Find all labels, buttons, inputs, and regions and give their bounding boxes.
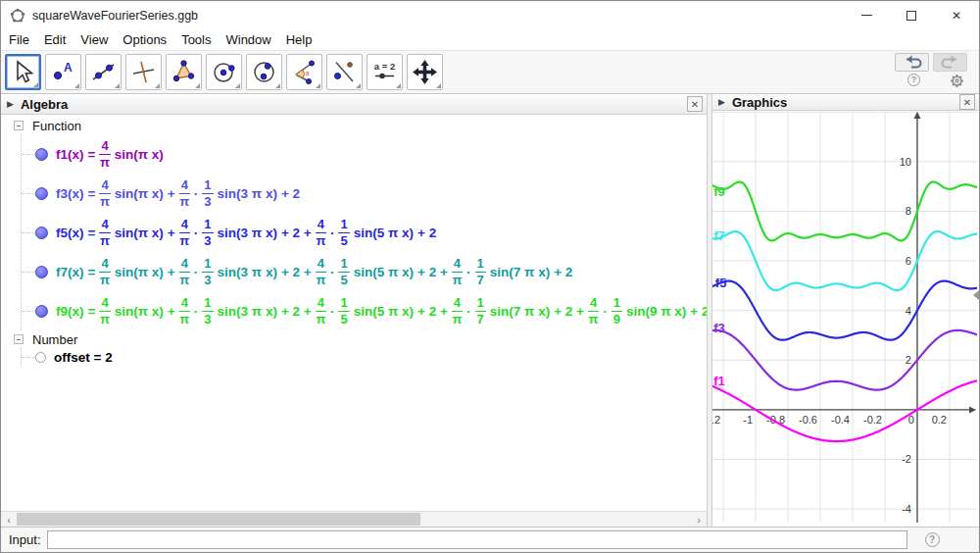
tool-dropdown-caret-icon[interactable] bbox=[155, 83, 160, 88]
close-button[interactable]: ✕ bbox=[934, 1, 979, 29]
tool-dropdown-caret-icon[interactable] bbox=[195, 83, 200, 88]
formula-text: sin(π x) bbox=[115, 147, 164, 162]
algebra-section-number[interactable]: Number bbox=[1, 330, 707, 348]
formula-text: f7(x) bbox=[56, 265, 84, 279]
visibility-marble-f5[interactable] bbox=[35, 226, 48, 239]
menu-window[interactable]: Window bbox=[225, 32, 270, 47]
menu-tools[interactable]: Tools bbox=[181, 32, 211, 47]
tool-conic-button[interactable] bbox=[246, 54, 282, 90]
algebra-collapse-arrow-icon[interactable]: ▶ bbox=[7, 99, 14, 109]
tool-dropdown-caret-icon[interactable] bbox=[396, 83, 401, 88]
formula-text: sin(π x) bbox=[115, 226, 164, 240]
formula-text: · bbox=[466, 265, 471, 279]
menu-edit[interactable]: Edit bbox=[44, 32, 66, 47]
input-field[interactable] bbox=[47, 530, 907, 549]
fraction: 13 bbox=[202, 218, 213, 247]
x-tick-label: -0.6 bbox=[799, 414, 817, 426]
tool-dropdown-caret-icon[interactable] bbox=[235, 83, 240, 88]
tool-angle-button[interactable]: a bbox=[286, 54, 322, 90]
graphics-close-button[interactable]: ✕ bbox=[959, 94, 975, 110]
tool-dropdown-caret-icon[interactable] bbox=[316, 83, 320, 88]
fraction: 4π bbox=[99, 139, 110, 169]
formula-text: sin(7 π x) bbox=[490, 265, 550, 279]
algebra-row-f7[interactable]: f7(x)=4πsin(π x)+4π·13sin(3 π x)+ 2 +4π·… bbox=[22, 252, 707, 291]
visibility-marble-f1[interactable] bbox=[35, 148, 48, 161]
graphics-collapse-arrow-icon[interactable]: ▶ bbox=[718, 97, 725, 107]
formula-text: f1(x) bbox=[56, 147, 84, 162]
tool-move-view-button[interactable] bbox=[407, 54, 443, 90]
visibility-marble-f7[interactable] bbox=[35, 266, 48, 278]
tree-collapse-icon[interactable] bbox=[14, 334, 24, 344]
tool-circle-button[interactable] bbox=[206, 54, 242, 90]
algebra-row-f9[interactable]: f9(x)=4πsin(π x)+4π·13sin(3 π x)+ 2 +4π·… bbox=[22, 291, 707, 330]
tree-branch-line bbox=[22, 311, 35, 312]
tool-point-button[interactable]: A bbox=[45, 54, 81, 90]
formula-text: + bbox=[168, 226, 175, 240]
tool-polygon-button[interactable] bbox=[166, 54, 202, 90]
tool-dropdown-caret-icon[interactable] bbox=[115, 83, 120, 88]
menu-view[interactable]: View bbox=[80, 32, 108, 47]
x-tick-label: -1 bbox=[743, 414, 753, 426]
algebra-tree: Functionf1(x)=4πsin(π x)f3(x)=4πsin(π x)… bbox=[1, 115, 707, 511]
visibility-marble-f3[interactable] bbox=[35, 187, 48, 200]
curve-label-f5[interactable]: f5 bbox=[715, 276, 727, 290]
scroll-right-arrow-icon[interactable]: › bbox=[691, 512, 707, 527]
redo-button[interactable] bbox=[933, 53, 967, 72]
fraction: 15 bbox=[338, 257, 349, 286]
scrollbar-thumb[interactable] bbox=[17, 513, 420, 526]
curve-label-f9[interactable]: f9 bbox=[713, 184, 725, 199]
formula-text: + 2 + bbox=[417, 304, 448, 319]
svg-text:a = 2: a = 2 bbox=[374, 61, 395, 72]
menu-help[interactable]: Help bbox=[286, 32, 313, 47]
fraction: 15 bbox=[338, 296, 349, 326]
tool-dropdown-caret-icon[interactable] bbox=[356, 83, 361, 88]
tool-dropdown-caret-icon[interactable] bbox=[275, 83, 280, 88]
algebra-row-offset[interactable]: offset = 2 bbox=[22, 348, 707, 366]
menu-options[interactable]: Options bbox=[122, 32, 167, 47]
algebra-row-f3[interactable]: f3(x)=4πsin(π x)+4π·13sin(3 π x)+ 2 bbox=[22, 174, 707, 213]
algebra-row-f1[interactable]: f1(x)=4πsin(π x) bbox=[22, 134, 707, 174]
menu-file[interactable]: File bbox=[9, 32, 29, 47]
algebra-panel: ▶ Algebra ✕ Functionf1(x)=4πsin(π x)f3(x… bbox=[1, 94, 707, 527]
tool-dropdown-caret-icon[interactable] bbox=[33, 82, 38, 87]
help-icon[interactable]: ? bbox=[907, 74, 920, 86]
tool-slider-button[interactable]: a = 2 bbox=[367, 54, 403, 90]
minimize-button[interactable] bbox=[844, 1, 889, 29]
undo-button[interactable] bbox=[895, 53, 929, 72]
algebra-section-function[interactable]: Function bbox=[1, 117, 707, 134]
curve-label-f7[interactable]: f7 bbox=[713, 228, 725, 243]
tool-line-button[interactable] bbox=[85, 54, 122, 90]
panel-collapse-handle-icon[interactable] bbox=[973, 290, 979, 300]
graphics-canvas[interactable]: -1.2-1-0.8-0.6-0.4-0.200.2108642-2-4f1f3… bbox=[712, 111, 977, 523]
tool-reflect-button[interactable] bbox=[326, 54, 363, 90]
move-tool-icon bbox=[10, 59, 36, 85]
curve-label-f1[interactable]: f1 bbox=[713, 374, 725, 388]
formula-text: = bbox=[88, 304, 96, 319]
formula-f1: f1(x)=4πsin(π x) bbox=[56, 139, 164, 169]
algebra-row-f5[interactable]: f5(x)=4πsin(π x)+4π·13sin(3 π x)+ 2 +4π·… bbox=[22, 213, 707, 252]
visibility-marble-f9[interactable] bbox=[35, 305, 48, 318]
formula-text: + 2 bbox=[281, 186, 300, 201]
scroll-left-arrow-icon[interactable]: ‹ bbox=[1, 512, 17, 527]
curve-label-f3[interactable]: f3 bbox=[713, 321, 725, 335]
maximize-button[interactable] bbox=[889, 1, 934, 29]
tool-dropdown-caret-icon[interactable] bbox=[74, 83, 79, 88]
settings-gear-icon[interactable] bbox=[950, 74, 964, 92]
tree-collapse-icon[interactable] bbox=[14, 121, 24, 130]
fraction: 4π bbox=[99, 296, 110, 326]
tool-move-button[interactable] bbox=[5, 54, 41, 90]
input-help-icon[interactable]: ? bbox=[925, 532, 940, 547]
x-tick-label: 0.2 bbox=[932, 414, 947, 426]
algebra-horizontal-scrollbar[interactable]: ‹ › bbox=[1, 511, 707, 527]
scrollbar-track[interactable] bbox=[17, 512, 691, 527]
tool-dropdown-caret-icon[interactable] bbox=[436, 83, 441, 88]
reflect-tool-icon bbox=[331, 59, 358, 85]
main-area: ▶ Algebra ✕ Functionf1(x)=4πsin(π x)f3(x… bbox=[1, 94, 979, 527]
tool-special-line-button[interactable] bbox=[125, 54, 162, 90]
visibility-marble-offset[interactable] bbox=[35, 352, 46, 363]
curve-f1[interactable] bbox=[712, 380, 977, 441]
slider-tool-icon: a = 2 bbox=[371, 59, 398, 85]
formula-f9: f9(x)=4πsin(π x)+4π·13sin(3 π x)+ 2 +4π·… bbox=[56, 296, 707, 326]
fraction: 17 bbox=[475, 257, 486, 286]
algebra-close-button[interactable]: ✕ bbox=[687, 96, 703, 112]
